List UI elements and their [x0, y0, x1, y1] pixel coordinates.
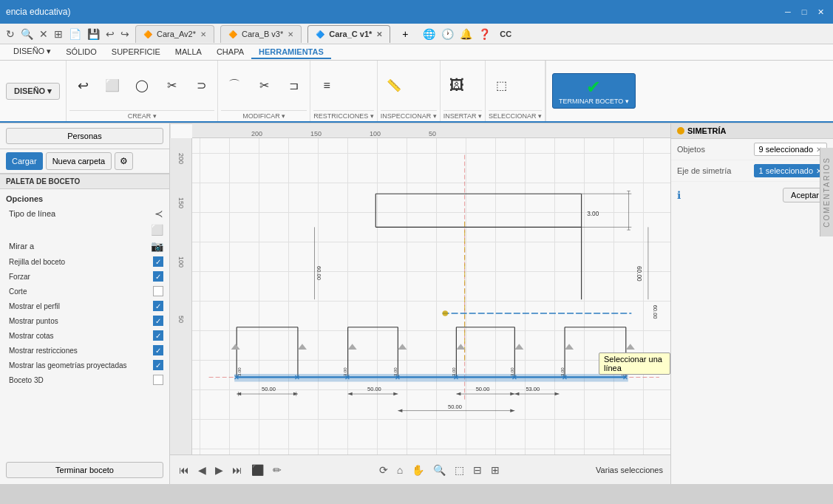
- ribbon-tab-malla[interactable]: SUPERFICIE: [104, 46, 168, 59]
- checkbox-6[interactable]: ✓: [153, 345, 163, 355]
- grid-button[interactable]: ⊞: [54, 28, 63, 40]
- terminar-icon: ✔: [586, 77, 601, 98]
- checkbox-5[interactable]: ✓: [153, 330, 163, 341]
- comentarios-panel[interactable]: COMENTARIOS: [820, 148, 833, 236]
- constraint1-button[interactable]: ≡: [313, 76, 340, 97]
- options-section: Opciones Tipo de línea ≺ ⬜ Mirar a 📷 Rej…: [0, 189, 169, 456]
- tipo-linea-label: Tipo de línea: [9, 209, 55, 218]
- ruler-mark-200-v: 200: [177, 153, 185, 164]
- svg-marker-51: [510, 409, 514, 412]
- canvas-svg[interactable]: 3.00 60.00 50.00 50.00 50: [192, 138, 670, 438]
- home-button[interactable]: ⌂: [395, 463, 404, 477]
- rotate-button[interactable]: ⟳: [378, 463, 390, 477]
- extend-icon: ⊐: [289, 78, 299, 92]
- tab-cara-bv3-close[interactable]: ✕: [288, 30, 293, 38]
- checkbox-3[interactable]: ✓: [153, 301, 163, 311]
- ribbon-tab-superficie[interactable]: SÓLIDO: [58, 46, 104, 59]
- circle-button[interactable]: ◯: [129, 75, 155, 97]
- svg-marker-73: [565, 344, 574, 350]
- rect-button[interactable]: ⬜: [99, 75, 126, 97]
- mirror-button[interactable]: ⊃: [188, 75, 214, 97]
- extra-icon[interactable]: ⬜: [151, 224, 163, 236]
- checkbox-2[interactable]: [153, 286, 163, 296]
- nav-prev-button[interactable]: ◀: [197, 463, 208, 477]
- canvas-bottom: ⏮ ◀ ▶ ⏭ ⬛ ✏ ⟳ ⌂ ✋ 🔍 ⬚ ⊟ ⊞ Varias selecci…: [170, 454, 670, 484]
- display-btn2[interactable]: ⊟: [472, 463, 483, 477]
- terminar-boceto-button[interactable]: ✔ TERMINAR BOCETO ▾: [552, 73, 636, 109]
- nueva-carpeta-button[interactable]: Nueva carpeta: [46, 152, 112, 170]
- eje-simetria-value[interactable]: 1 seleccionado ✕: [754, 164, 827, 177]
- svg-marker-38: [348, 392, 353, 396]
- tab-cara-cv1-close[interactable]: ✕: [376, 30, 382, 38]
- option-extra: ⬜: [0, 222, 169, 238]
- checkbox-0[interactable]: ✓: [153, 256, 163, 267]
- ribbon-tab-boceto[interactable]: HERRAMIENTAS: [251, 46, 331, 59]
- app-title: encia educativa): [6, 7, 70, 17]
- svg-text:✕: ✕: [294, 374, 300, 381]
- ruler-mark-100-v: 100: [177, 256, 185, 268]
- personas-button[interactable]: Personas: [6, 128, 163, 144]
- opciones-title: Opciones: [0, 192, 169, 205]
- refresh-button[interactable]: ↻: [6, 28, 15, 40]
- close-nav-button[interactable]: ✕: [39, 28, 48, 40]
- select-icon: ⬚: [496, 78, 507, 92]
- globe-button[interactable]: 🌐: [423, 28, 435, 40]
- help-button[interactable]: ❓: [478, 28, 491, 40]
- trim-button[interactable]: ✂: [251, 75, 277, 97]
- arc-button[interactable]: ↩: [69, 75, 96, 98]
- ribbon-tab-herramientas[interactable]: CHAPA: [209, 46, 251, 59]
- ribbon-tab-chapa[interactable]: MALLA: [168, 46, 209, 59]
- scissors-button[interactable]: ✂: [158, 75, 185, 97]
- svg-marker-34: [237, 392, 241, 396]
- cargar-button[interactable]: Cargar: [6, 152, 43, 170]
- checkbox-1[interactable]: ✓: [153, 271, 163, 282]
- checkbox-7[interactable]: ✓: [153, 360, 163, 370]
- tab-cara-cv1[interactable]: 🔷 Cara_C v1* ✕: [307, 25, 390, 43]
- display-btn3[interactable]: ⊞: [489, 463, 501, 477]
- new-tab-button[interactable]: +: [396, 25, 414, 43]
- nav-last-button[interactable]: ⏭: [231, 463, 244, 477]
- svg-text:50.00: 50.00: [476, 386, 490, 392]
- tab-cara-av2-close[interactable]: ✕: [200, 30, 206, 38]
- bell-button[interactable]: 🔔: [460, 28, 472, 40]
- option-1: Forzar ✓: [0, 269, 169, 284]
- insert-image-button[interactable]: 🖼: [443, 74, 470, 98]
- hand-button[interactable]: ✋: [410, 463, 426, 477]
- terminar-boceto-panel-button[interactable]: Terminar boceto: [6, 462, 163, 478]
- maximize-button[interactable]: □: [798, 5, 811, 18]
- tab-cara-av2[interactable]: 🔶 Cara_Av2* ✕: [135, 25, 214, 43]
- tipo-linea-icon[interactable]: ≺: [154, 208, 163, 219]
- svg-marker-35: [293, 392, 298, 396]
- pencil-button[interactable]: ✏: [271, 463, 283, 477]
- tab-cara-bv3[interactable]: 🔶 Cara_B v3* ✕: [220, 25, 302, 43]
- undo-button[interactable]: ↩: [106, 28, 115, 40]
- save-button[interactable]: 💾: [87, 28, 100, 40]
- minimize-button[interactable]: ─: [781, 5, 795, 18]
- ribbon-tab-solido[interactable]: DISEÑO ▾: [6, 45, 58, 59]
- objetos-value[interactable]: 9 seleccionado ✕: [754, 143, 827, 156]
- select-button[interactable]: ⬚: [489, 75, 515, 97]
- extend-button[interactable]: ⊐: [280, 75, 307, 97]
- clock-button[interactable]: 🕐: [441, 28, 454, 40]
- nav-stop-button[interactable]: ⬛: [250, 463, 265, 477]
- search-button[interactable]: 🔍: [21, 28, 33, 40]
- gear-button[interactable]: ⚙: [115, 152, 133, 170]
- close-button[interactable]: ✕: [814, 5, 827, 18]
- tab-cara-bv3-label: Cara_B v3*: [242, 30, 283, 38]
- option-label-8: Boceto 3D: [9, 376, 44, 384]
- checkbox-4[interactable]: ✓: [153, 316, 163, 326]
- zoom-button[interactable]: 🔍: [432, 463, 447, 477]
- display-btn1[interactable]: ⬚: [453, 463, 466, 477]
- redo-button[interactable]: ↪: [120, 28, 129, 40]
- diseno-button[interactable]: DISEÑO ▾: [6, 83, 60, 100]
- fillet-button[interactable]: ⌒: [221, 75, 248, 98]
- tab-cara-bv3-icon: 🔶: [228, 30, 237, 38]
- nav-next-button[interactable]: ▶: [214, 463, 225, 477]
- canvas-area[interactable]: 200 150 100 50 200 150 100 50: [170, 123, 670, 484]
- mirar-a-icon[interactable]: 📷: [151, 240, 163, 252]
- inspect1-button[interactable]: 📏: [381, 75, 407, 97]
- ribbon: DISEÑO ▾ ↩ ⬜ ◯ ✂: [0, 61, 833, 123]
- checkbox-8[interactable]: [153, 375, 163, 385]
- doc-button[interactable]: 📄: [69, 28, 81, 40]
- nav-first-button[interactable]: ⏮: [177, 463, 191, 477]
